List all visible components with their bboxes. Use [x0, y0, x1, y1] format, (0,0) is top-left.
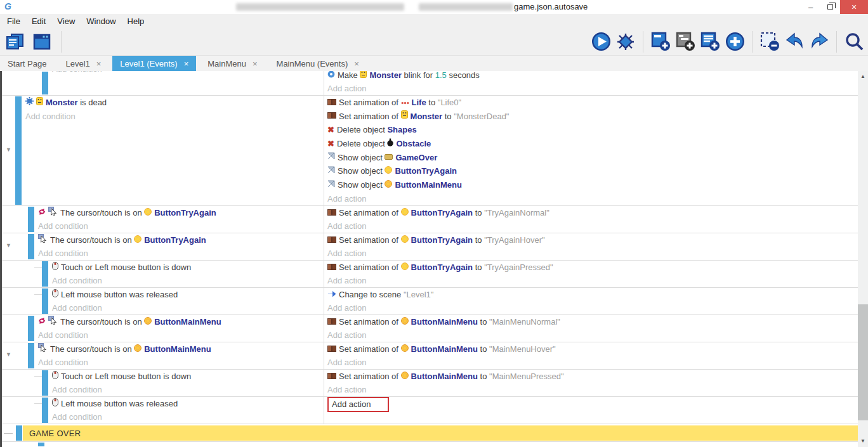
event-row-partial[interactable]	[2, 441, 858, 446]
conditions-cell[interactable]: Left mouse button was released Add condi…	[2, 397, 324, 424]
condition-line[interactable]: The cursor/touch is on ButtonMainMenu	[2, 315, 324, 328]
condition-line[interactable]: The cursor/touch is on ButtonMainMenu	[2, 342, 324, 356]
add-action-button[interactable]: Add action	[327, 82, 858, 95]
collapse-arrow-icon[interactable]: ▼	[6, 351, 11, 358]
scene-window-button[interactable]	[32, 32, 52, 52]
preview-play-button[interactable]	[591, 32, 611, 52]
debug-button[interactable]	[615, 32, 636, 52]
action-line[interactable]: Set animation of ButtonMainMenu to "Main…	[327, 342, 858, 356]
comment-row[interactable]: GAME OVER	[2, 424, 858, 441]
event-row[interactable]: ▼ The cursor/touch is on ButtonMainMenu …	[2, 342, 858, 369]
add-condition-button[interactable]: Add condition	[2, 410, 324, 424]
add-condition-button[interactable]: Add condition	[2, 219, 324, 233]
event-row[interactable]: ▼ Monster is dead Add condition Set anim…	[2, 95, 858, 205]
add-action-button[interactable]: Add action	[327, 219, 858, 233]
menu-view[interactable]: View	[51, 14, 81, 28]
conditions-cell[interactable]: The cursor/touch is on ButtonMainMenu Ad…	[2, 342, 324, 369]
conditions-cell[interactable]: Monster is dead Add condition	[2, 96, 324, 205]
collapse-arrow-icon[interactable]: ▼	[6, 146, 11, 153]
scroll-up-arrow[interactable]: ▲	[858, 72, 868, 81]
add-action-button[interactable]: Add action	[327, 192, 858, 205]
scrollbar-thumb[interactable]	[858, 304, 868, 420]
add-condition-button[interactable]: Add condition	[2, 383, 324, 396]
action-line[interactable]: Set animation of ButtonMainMenu to "Main…	[327, 315, 858, 328]
conditions-cell[interactable]: Touch or Left mouse button is down Add c…	[2, 370, 324, 396]
tab-mainmenu-events[interactable]: MainMenu (Events)×	[269, 56, 367, 71]
event-row[interactable]: Add condition Make Monster blink for 1.5…	[2, 71, 858, 95]
action-line[interactable]: Set animation of ButtonTryAgain to "TryA…	[327, 206, 858, 219]
event-row[interactable]: Touch or Left mouse button is down Add c…	[2, 260, 858, 287]
actions-cell[interactable]: Change to scene "Level1" Add action	[324, 288, 858, 314]
add-action-button[interactable]: Add action	[327, 247, 858, 260]
action-line[interactable]: Show object ButtonMainMenu	[327, 178, 858, 192]
minimize-button[interactable]: –	[801, 0, 820, 14]
tab-level1-events[interactable]: Level1 (Events)×	[112, 56, 196, 71]
action-line[interactable]: Show object ButtonTryAgain	[327, 164, 858, 178]
event-row[interactable]: Left mouse button was released Add condi…	[2, 287, 858, 314]
conditions-cell[interactable]: The cursor/touch is on ButtonTryAgain Ad…	[2, 206, 324, 233]
add-condition-button[interactable]: Add condition	[2, 356, 324, 369]
tab-close-icon[interactable]: ×	[184, 59, 189, 68]
actions-cell[interactable]: Set animation of ButtonTryAgain to "TryA…	[324, 233, 858, 260]
tab-mainmenu[interactable]: MainMenu×	[200, 56, 265, 71]
action-line[interactable]: Set animation of ButtonTryAgain to "TryA…	[327, 261, 858, 274]
restore-button[interactable]	[820, 0, 840, 14]
conditions-cell[interactable]: Touch or Left mouse button is down Add c…	[2, 261, 324, 287]
add-comment-button[interactable]	[700, 32, 720, 52]
add-special-event-button[interactable]	[725, 32, 745, 52]
add-condition-button[interactable]: Add condition	[2, 301, 324, 314]
condition-line[interactable]: Touch or Left mouse button is down	[2, 261, 324, 274]
add-condition-button[interactable]: Add condition	[2, 328, 324, 342]
redo-button[interactable]	[809, 32, 829, 52]
conditions-cell[interactable]: The cursor/touch is on ButtonTryAgain Ad…	[2, 233, 324, 260]
collapse-arrow-icon[interactable]: ▼	[6, 242, 11, 249]
action-line[interactable]: ✖Delete object Shapes	[327, 123, 858, 137]
tab-level1[interactable]: Level1×	[58, 56, 109, 71]
actions-cell[interactable]: Set animation of ButtonMainMenu to "Main…	[324, 315, 858, 342]
project-manager-button[interactable]	[5, 32, 25, 52]
condition-line[interactable]: Touch or Left mouse button is down	[2, 370, 324, 383]
actions-cell[interactable]: Set animation of ButtonTryAgain to "TryA…	[324, 206, 858, 233]
actions-cell[interactable]: Set animation of Life to "Life0" Set ani…	[324, 96, 858, 205]
add-condition-button[interactable]: Add condition	[2, 247, 324, 260]
vertical-scrollbar[interactable]: ▲ ▼	[858, 71, 868, 447]
conditions-cell[interactable]: The cursor/touch is on ButtonMainMenu Ad…	[2, 315, 324, 342]
close-button[interactable]: ×	[840, 0, 868, 14]
tab-start-page[interactable]: Start Page	[0, 56, 54, 71]
actions-cell[interactable]: Make Monster blink for 1.5 seconds Add a…	[324, 71, 858, 95]
tab-close-icon[interactable]: ×	[253, 59, 258, 68]
action-line[interactable]: Set animation of Life to "Life0"	[327, 96, 858, 110]
add-action-button[interactable]: Add action	[327, 356, 858, 369]
event-row[interactable]: ▼ The cursor/touch is on ButtonTryAgain …	[2, 233, 858, 260]
conditions-cell[interactable]: Left mouse button was released Add condi…	[2, 288, 324, 314]
actions-cell[interactable]: Set animation of ButtonMainMenu to "Main…	[324, 342, 858, 369]
undo-button[interactable]	[784, 32, 805, 52]
condition-line[interactable]: The cursor/touch is on ButtonTryAgain	[2, 233, 324, 247]
action-line[interactable]: Make Monster blink for 1.5 seconds	[327, 71, 858, 82]
action-line[interactable]: Set animation of Monster to "MonsterDead…	[327, 110, 858, 124]
condition-line[interactable]: Left mouse button was released	[2, 288, 324, 301]
action-line[interactable]: Show object GameOver	[327, 151, 858, 165]
add-condition-button[interactable]: Add condition	[2, 274, 324, 287]
comment-block[interactable]: GAME OVER	[23, 425, 858, 441]
add-action-button[interactable]: Add action	[327, 383, 858, 396]
add-action-button[interactable]: Add action	[327, 274, 858, 287]
event-row[interactable]: The cursor/touch is on ButtonMainMenu Ad…	[2, 314, 858, 342]
event-row[interactable]: Left mouse button was released Add condi…	[2, 396, 858, 424]
tab-close-icon[interactable]: ×	[96, 59, 102, 68]
action-line[interactable]: Set animation of ButtonTryAgain to "TryA…	[327, 233, 858, 247]
condition-line[interactable]: Left mouse button was released	[2, 397, 324, 410]
search-button[interactable]	[844, 32, 864, 52]
add-condition-button[interactable]: Add condition	[2, 71, 324, 75]
action-line[interactable]: Change to scene "Level1"	[327, 288, 858, 301]
add-action-button[interactable]: Add action	[327, 301, 858, 314]
conditions-cell[interactable]: Add condition	[2, 71, 324, 95]
menu-edit[interactable]: Edit	[26, 14, 51, 28]
menu-help[interactable]: Help	[122, 14, 150, 28]
add-subevent-button[interactable]	[675, 32, 695, 52]
actions-cell[interactable]: Set animation of ButtonMainMenu to "Main…	[324, 370, 858, 396]
condition-line[interactable]: Monster is dead	[2, 96, 324, 110]
event-row[interactable]: The cursor/touch is on ButtonTryAgain Ad…	[2, 205, 858, 233]
add-action-button-highlighted[interactable]: Add action	[327, 397, 389, 412]
actions-cell[interactable]: Add action	[324, 397, 858, 424]
